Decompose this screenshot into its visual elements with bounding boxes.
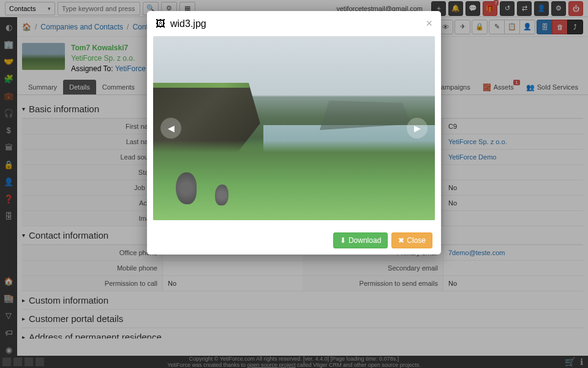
close-icon[interactable]: ×: [426, 17, 432, 30]
image-preview: ◀ ▶: [153, 36, 435, 220]
download-button[interactable]: ⬇ Download: [333, 232, 388, 248]
close-button[interactable]: ✖ Close: [391, 232, 432, 248]
modal-title: wid3.jpg: [170, 18, 206, 29]
image-modal: 🖼 wid3.jpg × ◀ ▶ ⬇ Download ✖ Close: [147, 11, 441, 255]
prev-arrow[interactable]: ◀: [160, 118, 181, 139]
next-arrow[interactable]: ▶: [407, 118, 428, 139]
image-icon: 🖼: [156, 18, 165, 29]
